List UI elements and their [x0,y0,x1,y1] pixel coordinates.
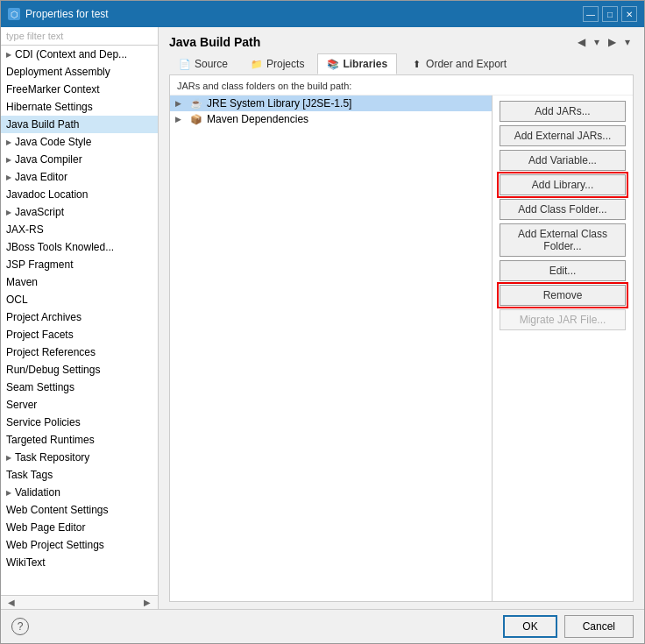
add-variable-button[interactable]: Add Variable... [500,150,626,171]
add-jars-wrapper: Add JARs... [500,101,626,122]
libraries-tab-icon: 📚 [327,58,339,70]
sidebar-item-java-build-path[interactable]: Java Build Path [1,116,158,133]
sidebar-item-run-debug[interactable]: Run/Debug Settings [1,361,158,379]
nav-back-button[interactable]: ◀ [574,34,589,50]
page-title: Java Build Path [169,35,260,49]
titlebar-left: ⬡ Properties for test [8,8,109,20]
sidebar-item-java-editor[interactable]: Java Editor [1,168,158,186]
tabs-bar: 📄Source📁Projects📚Libraries⬆Order and Exp… [159,53,644,74]
tab-projects[interactable]: 📁Projects [241,53,314,74]
sidebar-item-java-compiler[interactable]: Java Compiler [1,151,158,168]
projects-tab-icon: 📁 [251,58,263,70]
source-tab-icon: 📄 [179,58,191,70]
sidebar-item-validation[interactable]: Validation [1,484,158,501]
add-library-button[interactable]: Add Library... [500,174,626,195]
order-export-tab-label: Order and Export [426,58,507,70]
maximize-button[interactable]: □ [602,6,618,22]
tree-expand-maven[interactable]: ▶ [175,115,186,124]
build-path-content: JARs and class folders on the build path… [169,74,634,602]
add-jars-button[interactable]: Add JARs... [500,101,626,122]
scroll-right-arrow[interactable]: ▶ [137,596,158,609]
sidebar-item-wikitext[interactable]: WikiText [1,554,158,571]
tree-icon-maven: 📦 [189,113,203,125]
sidebar-item-seam-settings[interactable]: Seam Settings [1,379,158,396]
tab-libraries[interactable]: 📚Libraries [317,53,397,74]
tree-panel: ▶☕JRE System Library [J2SE-1.5]▶📦Maven D… [170,96,493,601]
sidebar-item-deployment[interactable]: Deployment Assembly [1,63,158,81]
build-path-description: JARs and class folders on the build path… [170,75,633,96]
remove-wrapper: 1Remove [500,285,626,306]
sidebar-list: CDI (Context and Dep...Deployment Assemb… [1,46,158,595]
content-header: Java Build Path ◀ ▾ ▶ ▾ [159,27,644,53]
projects-tab-label: Projects [266,58,304,70]
sidebar-scroll-arrows: ◀ ▶ [1,595,158,609]
help-button[interactable]: ? [11,618,29,635]
add-variable-wrapper: Add Variable... [500,150,626,171]
nav-dropdown-button[interactable]: ▾ [591,34,603,50]
tree-icon-jre: ☕ [189,97,203,110]
sidebar-item-task-repository[interactable]: Task Repository [1,449,158,466]
main-content: CDI (Context and Dep...Deployment Assemb… [1,27,644,609]
edit-wrapper: Edit... [500,260,626,281]
sidebar-item-freemarker[interactable]: FreeMarker Context [1,81,158,98]
edit-button[interactable]: Edit... [500,260,626,281]
filter-input[interactable] [1,27,158,46]
sidebar-item-maven[interactable]: Maven [1,273,158,291]
order-export-tab-icon: ⬆ [410,58,422,70]
sidebar-item-cdi[interactable]: CDI (Context and Dep... [1,46,158,63]
window-title: Properties for test [25,8,109,20]
add-ext-class-folder-button[interactable]: Add External Class Folder... [500,223,626,257]
sidebar-item-task-tags[interactable]: Task Tags [1,466,158,484]
add-external-jars-button[interactable]: Add External JARs... [500,125,626,146]
sidebar-item-web-page-editor[interactable]: Web Page Editor [1,519,158,536]
buttons-panel: Add JARs...Add External JARs...Add Varia… [493,96,633,601]
tree-item-maven[interactable]: ▶📦Maven Dependencies [170,111,492,127]
tree-label-jre: JRE System Library [J2SE-1.5] [207,97,351,110]
remove-button[interactable]: Remove [500,285,626,306]
build-path-panels: ▶☕JRE System Library [J2SE-1.5]▶📦Maven D… [170,96,633,601]
content-area: Java Build Path ◀ ▾ ▶ ▾ 📄Source📁Projects… [159,27,644,609]
tree-item-jre[interactable]: ▶☕JRE System Library [J2SE-1.5] [170,96,492,111]
source-tab-label: Source [195,58,228,70]
sidebar-item-javadoc[interactable]: Javadoc Location [1,186,158,203]
sidebar-item-server[interactable]: Server [1,396,158,414]
sidebar-item-targeted-runtimes[interactable]: Targeted Runtimes [1,431,158,449]
sidebar-item-javascript[interactable]: JavaScript [1,203,158,221]
libraries-tab-label: Libraries [343,58,387,70]
close-button[interactable]: ✕ [621,6,637,22]
nav-arrows: ◀ ▾ ▶ ▾ [574,34,634,50]
add-class-folder-button[interactable]: Add Class Folder... [500,199,626,220]
sidebar-item-service-policies[interactable]: Service Policies [1,414,158,431]
bottom-bar: ? OK Cancel [1,609,644,643]
sidebar-item-project-references[interactable]: Project References [1,343,158,361]
sidebar-item-web-content[interactable]: Web Content Settings [1,501,158,519]
sidebar-item-ocl[interactable]: OCL [1,291,158,308]
sidebar-item-jsp-fragment[interactable]: JSP Fragment [1,256,158,273]
sidebar-item-jboss-tools[interactable]: JBoss Tools Knowled... [1,238,158,256]
window-controls: — □ ✕ [583,6,637,22]
sidebar-item-hibernate[interactable]: Hibernate Settings [1,98,158,116]
nav-forward-button[interactable]: ▶ [605,34,620,50]
tab-order-export[interactable]: ⬆Order and Export [400,53,516,74]
ok-button[interactable]: OK [503,615,556,638]
migrate-jar-button: Migrate JAR File... [500,309,626,330]
tree-expand-jre[interactable]: ▶ [175,99,186,108]
add-ext-class-folder-wrapper: Add External Class Folder... [500,223,626,257]
add-library-wrapper: 2Add Library... [500,174,626,195]
sidebar-item-project-facets[interactable]: Project Facets [1,326,158,343]
sidebar-item-project-archives[interactable]: Project Archives [1,308,158,326]
nav-forward-dropdown-button[interactable]: ▾ [621,34,634,50]
sidebar-item-java-code-style[interactable]: Java Code Style [1,133,158,151]
add-external-jars-wrapper: Add External JARs... [500,125,626,146]
sidebar-item-jax-rs[interactable]: JAX-RS [1,221,158,238]
migrate-jar-wrapper: Migrate JAR File... [500,309,626,330]
tab-source[interactable]: 📄Source [169,53,237,74]
bottom-buttons: OK Cancel [503,615,634,638]
sidebar-item-web-project-settings[interactable]: Web Project Settings [1,536,158,554]
minimize-button[interactable]: — [583,6,599,22]
titlebar: ⬡ Properties for test — □ ✕ [1,1,644,27]
tree-label-maven: Maven Dependencies [207,113,308,125]
scroll-left-arrow[interactable]: ◀ [1,596,22,609]
add-class-folder-wrapper: Add Class Folder... [500,199,626,220]
cancel-button[interactable]: Cancel [564,615,634,638]
